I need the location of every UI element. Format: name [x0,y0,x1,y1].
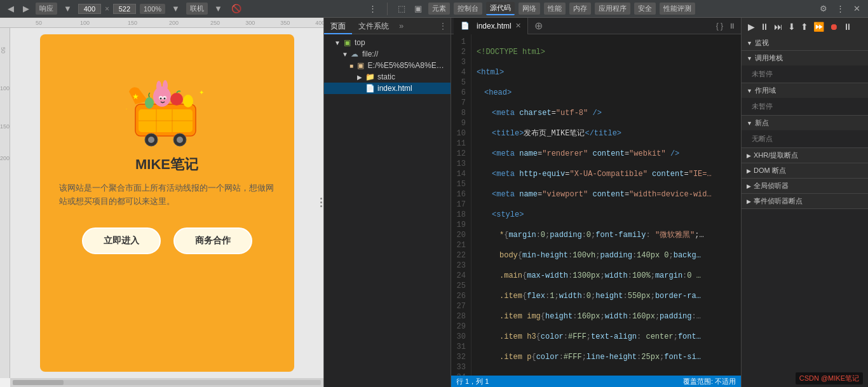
tab-performance[interactable]: 性能 [544,3,566,15]
code-line: *{margin:0;padding:0;font-family: "微软雅黑"… [477,230,736,240]
arrow-icon: ▼ [334,39,342,46]
preview-card: ★ ✦ · MIKE笔记 该网站是一个聚合市面上所有活动线报的一个网站，想做网站… [40,34,294,372]
no-throttle-icon[interactable]: 🚫 [229,3,244,15]
preview-scrollbar[interactable] [10,378,323,387]
scroll-thumb[interactable] [13,380,64,385]
debug-pause-btn[interactable]: ⏸ [759,20,770,33]
network-toggle-icon[interactable]: ▼ [212,3,225,15]
tree-item-static[interactable]: ▶ 📁 static [324,71,451,83]
responsive-toggle-icon[interactable]: ▼ [61,3,74,15]
tab-close-icon[interactable]: ✕ [515,22,521,30]
callstack-status: 未暂停 [752,70,773,78]
responsive-btn[interactable]: 响应 [36,3,57,15]
event-listeners-title[interactable]: ▶ 事件侦听器断点 [742,194,868,208]
svg-text:·: · [126,106,127,112]
zoom-toggle-icon[interactable]: ▼ [169,3,182,15]
tab-memory[interactable]: 内存 [569,3,591,15]
height-input[interactable]: 522 [113,4,136,14]
debug-step-btn[interactable]: ⏩ [812,20,825,33]
code-line: .item p{color:#FFF;line-height:25px;font… [477,352,736,362]
editor-tab-indexhtml[interactable]: 📄 index.html ✕ [454,18,528,34]
editor-status-bar: 行 1，列 1 覆盖范围: 不适用 [451,376,741,387]
preview-btn1[interactable]: 立即进入 [82,227,161,254]
arrow-icon: ▼ [747,55,752,62]
callstack-title[interactable]: ▼ 调用堆栈 [742,51,868,65]
global-listeners-title[interactable]: ▶ 全局侦听器 [742,179,868,193]
code-content[interactable]: <!DOCTYPE html> <html> <head> <meta char… [471,34,741,376]
close-devtools-icon[interactable]: ✕ [851,3,863,15]
callstack-label: 调用堆栈 [755,53,783,63]
tab-security[interactable]: 安全 [634,3,656,15]
tab-application[interactable]: 应用程序 [595,3,630,15]
svg-point-14 [183,95,193,107]
tab-source[interactable]: 源代码 [486,2,515,15]
inspect-icon[interactable]: ▣ [412,3,424,15]
resize-dot [320,198,322,200]
tab-page[interactable]: 页面 [324,18,352,34]
tab-elements[interactable]: 元素 [428,3,450,15]
tab-console[interactable]: 控制台 [454,3,482,15]
tree-item-file[interactable]: ▼ ☁ file:// [324,48,451,60]
code-line: .item{flex:1;width:0;height:550px;border… [477,291,736,301]
tree-item-top[interactable]: ▼ ▣ top [324,37,451,48]
debug-play-btn[interactable]: ▶ [747,20,756,33]
tree-item-indexhtml[interactable]: 📄 index.html [324,83,451,94]
forward-icon[interactable]: ▶ [20,3,32,15]
callstack-body: 未暂停 [742,65,868,83]
file-icon: 📄 [365,84,375,93]
svg-point-8 [163,80,168,92]
new-tab-icon[interactable]: ⊕ [531,20,546,32]
tab-filesystem[interactable]: 文件系统 [352,18,395,34]
debug-deactivate-btn[interactable]: ⏺ [828,20,839,33]
scope-body: 未暂停 [742,98,868,115]
debug-step-into-btn[interactable]: ⬇ [787,20,797,33]
width-input[interactable]: 400 [78,4,101,14]
svg-text:✦: ✦ [199,89,204,96]
tab-network[interactable]: 网络 [519,3,540,15]
debug-step-over-btn[interactable]: ⏭ [773,20,784,33]
svg-point-7 [156,81,161,92]
cursor-icon[interactable]: ⬚ [395,3,408,15]
watch-title[interactable]: ▼ 监视 [742,36,868,50]
breakpoints-status: 无断点 [752,135,773,142]
arrow-icon: ▶ [747,153,751,159]
scroll-track [13,380,321,385]
tree-item-epath[interactable]: ■ ▣ E:/%E5%85%A8%E6%9… [324,60,451,71]
status-scope: 覆盖范围: 不适用 [683,377,736,386]
devtools-content: 页面 文件系统 » ⋮ ▼ ▣ top ▼ ☁ f [324,18,868,387]
panel-menu-icon[interactable]: ⋮ [435,22,451,31]
global-listeners-label: 全局侦听器 [754,181,789,191]
preview-btn2[interactable]: 商务合作 [173,227,252,254]
code-editor-body[interactable]: 1 2 3 4 5 6 7 8 9 10 11 12 13 14 [451,34,741,376]
tab-perf-eval[interactable]: 性能评测 [660,3,695,15]
debug-step-out-btn[interactable]: ⬆ [799,20,810,33]
scope-section: ▼ 作用域 未暂停 [742,83,868,116]
scope-title[interactable]: ▼ 作用域 [742,83,868,98]
code-line: <!DOCTYPE html> [477,47,736,57]
xhr-title[interactable]: ▶ XHR/提取断点 [742,148,868,163]
back-icon[interactable]: ◀ [5,3,17,15]
settings-icon[interactable]: ⚙ [817,3,830,15]
preview-content: ★ ✦ · MIKE笔记 该网站是一个聚合市面上所有活动线报的一个网站，想做网站… [10,28,323,378]
tree-label-file: file:// [362,50,378,58]
more-options-icon[interactable]: ⋮ [834,3,847,15]
code-line: <meta name="viewport" content="width=dev… [477,189,736,200]
format-icon[interactable]: { } [714,22,726,31]
event-listeners-section: ▶ 事件侦听器断点 [742,194,868,209]
file-tree-panel: 页面 文件系统 » ⋮ ▼ ▣ top ▼ ☁ f [324,18,451,387]
tab-more-icon[interactable]: » [397,21,406,31]
tree-label-epath: E:/%E5%85%A8%E6%9… [368,61,448,70]
network-btn[interactable]: 联机 [186,3,208,15]
code-line: <title>发布页_MIKE笔记</title> [477,128,736,139]
pause-icon[interactable]: ⏸ [726,22,738,31]
debug-controls: ▶ ⏸ ⏭ ⬇ ⬆ ⏩ ⏺ ⏸ [742,18,868,36]
dom-title[interactable]: ▶ DOM 断点 [742,163,868,178]
debug-pause-exceptions-btn[interactable]: ⏸ [842,20,853,33]
breakpoints-title[interactable]: ▼ 新点 [742,116,868,130]
more-vert-icon[interactable]: ⋮ [366,3,379,15]
zoom-btn[interactable]: 100% [140,4,165,14]
ruler-left: 50 100 150 200 [0,28,10,378]
arrow-icon: ▼ [747,120,752,126]
resize-handle[interactable] [318,184,323,222]
svg-point-5 [177,137,183,143]
